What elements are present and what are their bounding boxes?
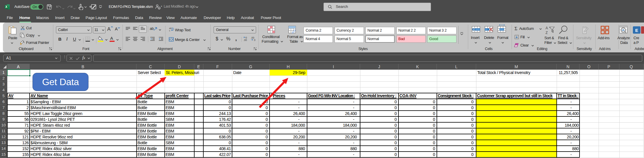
svg-text:X: X (5, 5, 7, 8)
svg-text:0: 0 (254, 39, 255, 41)
svg-text:.00: .00 (243, 39, 247, 41)
svg-text:c: c (169, 29, 170, 32)
svg-text:A: A (546, 26, 548, 30)
svg-text:E: E (635, 28, 638, 33)
svg-text:Z: Z (546, 31, 548, 35)
